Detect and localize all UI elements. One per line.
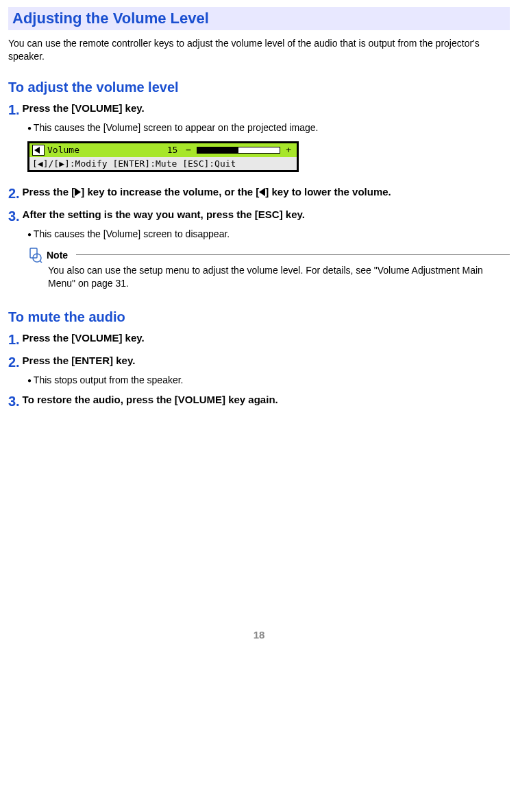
step-instruction: Press the [ENTER] key.	[23, 355, 136, 366]
osd-label: Volume	[47, 145, 79, 155]
note-rule	[76, 254, 510, 255]
step-instruction: After the setting is the way you want, p…	[23, 208, 305, 220]
osd-hint-row: [◀]/[▶]:Modify [ENTER]:Mute [ESC]:Quit	[29, 157, 297, 170]
step-bullet: This causes the [Volume] screen to disap…	[27, 228, 510, 239]
osd-header-row: Volume 15 − +	[29, 143, 297, 157]
step-number: 3.	[8, 208, 20, 224]
step-instruction: Press the [VOLUME] key.	[23, 102, 145, 114]
mute-step-1: 1. Press the [VOLUME] key.	[8, 332, 510, 348]
mute-step-2: 2. Press the [ENTER] key.	[8, 355, 510, 370]
osd-bar	[197, 147, 280, 154]
osd-plus: +	[283, 145, 294, 155]
note-block: Note You also can use the setup menu to …	[27, 248, 510, 290]
svg-line-2	[40, 261, 42, 263]
step-instruction: Press the [VOLUME] key.	[23, 332, 145, 344]
step2-post: ] key to lower the volume.	[265, 186, 391, 198]
step-bullet: This causes the [Volume] screen to appea…	[27, 122, 510, 133]
right-triangle-icon	[75, 188, 81, 196]
step-1: 1. Press the [VOLUME] key.	[8, 102, 510, 118]
step-number: 3.	[8, 394, 20, 409]
note-body: You also can use the setup menu to adjus…	[48, 264, 510, 290]
step2-mid: ] key to increase the volume, or the [	[81, 186, 259, 198]
step-2: 2. Press the [] key to increase the volu…	[8, 186, 510, 202]
step-instruction: Press the [] key to increase the volume,…	[23, 186, 391, 198]
step-number: 1.	[8, 102, 20, 118]
page-number: 18	[8, 629, 510, 641]
osd-minus: −	[183, 145, 194, 155]
intro-paragraph: You can use the remote controller keys t…	[8, 37, 510, 63]
step-instruction: To restore the audio, press the [VOLUME]…	[23, 394, 278, 405]
mute-step-3: 3. To restore the audio, press the [VOLU…	[8, 394, 510, 409]
subsection-title-adjust: To adjust the volume level	[8, 80, 510, 95]
step2-pre: Press the [	[23, 186, 75, 198]
step-number: 2.	[8, 186, 20, 202]
step-3: 3. After the setting is the way you want…	[8, 208, 510, 224]
speaker-icon	[32, 145, 45, 156]
step-number: 2.	[8, 355, 20, 370]
osd-value: 15	[167, 145, 178, 155]
page-container: Adjusting the Volume Level You can use t…	[0, 0, 518, 654]
left-triangle-icon	[259, 188, 265, 196]
banner-title: Adjusting the Volume Level	[12, 10, 209, 27]
step-bullet: This stops output from the speaker.	[27, 374, 510, 385]
section-banner: Adjusting the Volume Level	[8, 7, 510, 30]
osd-bar-fill	[197, 147, 238, 153]
step-number: 1.	[8, 332, 20, 348]
note-icon	[27, 248, 42, 263]
note-label: Note	[47, 250, 68, 261]
note-header: Note	[27, 248, 510, 263]
subsection-title-mute: To mute the audio	[8, 309, 510, 325]
volume-osd-figure: Volume 15 − + [◀]/[▶]:Modify [ENTER]:Mut…	[27, 141, 299, 172]
